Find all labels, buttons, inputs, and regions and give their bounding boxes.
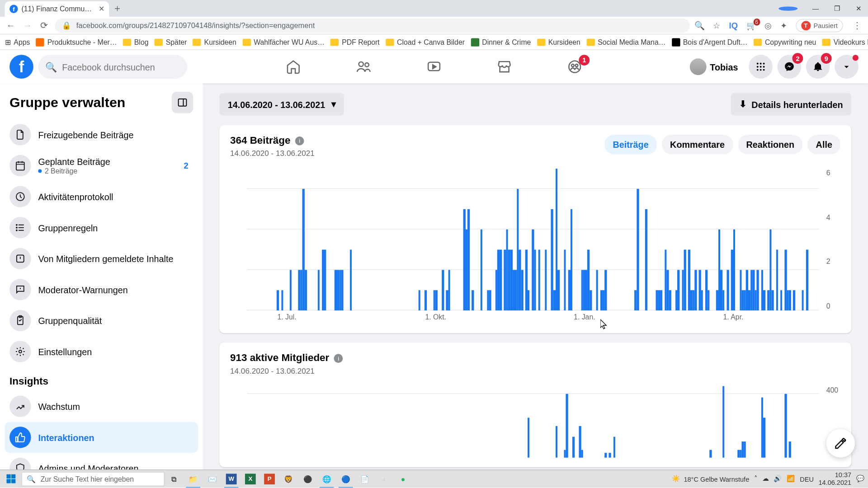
start-button[interactable] (0, 470, 21, 488)
bookmark-item[interactable]: Dinner & Crime (471, 38, 531, 46)
minimize-icon[interactable]: — (806, 5, 825, 12)
ring-extension-icon[interactable]: ◎ (764, 20, 772, 30)
url-field[interactable]: 🔒 facebook.com/groups/214827109704148/in… (55, 18, 689, 33)
sidebar-title: Gruppe verwalten (9, 94, 125, 111)
tab-comments[interactable]: Kommentare (662, 135, 733, 155)
back-icon[interactable]: ← (5, 20, 17, 30)
sidebar-item-growth[interactable]: Wachstum (5, 391, 198, 422)
facebook-logo[interactable]: f (9, 55, 33, 79)
marketplace-nav[interactable] (472, 52, 537, 81)
profile-paused-button[interactable]: T Pausiert (796, 19, 843, 32)
word-icon[interactable]: W (222, 470, 241, 488)
sidebar-item-gear[interactable]: Einstellungen (5, 336, 198, 367)
mail-icon[interactable]: ✉️ (203, 470, 222, 488)
calendar-icon (9, 155, 31, 176)
groups-nav[interactable]: 1 (542, 52, 608, 81)
account-button[interactable] (835, 55, 859, 79)
tab-posts[interactable]: Beiträge (604, 135, 657, 155)
bookmark-folder[interactable]: Social Media Mana… (586, 38, 665, 46)
bookmark-folder[interactable]: Wahlfächer WU Aus… (242, 38, 325, 46)
bookmark-item[interactable]: Produktsuche - Mer… (36, 38, 117, 46)
weather-widget[interactable]: ☀️18°C Gelbe Warnstufe (672, 475, 749, 483)
sidebar-item-clock[interactable]: Aktivitätenprotokoll (5, 181, 198, 212)
sidebar-item-chat[interactable]: Moderator-Warnungen (5, 274, 198, 305)
members-chart: 400 (230, 386, 840, 458)
facebook-search[interactable]: 🔍 (38, 55, 187, 79)
reload-icon[interactable]: ⟳ (38, 20, 50, 31)
taskbar-search[interactable]: 🔍Zur Suche Text hier eingeben (21, 472, 164, 486)
profile-chip[interactable]: Tobias (687, 56, 744, 77)
powerpoint-icon[interactable]: P (260, 470, 279, 488)
close-window-icon[interactable]: ✕ (849, 5, 868, 12)
bookmark-folder[interactable]: Blog (123, 38, 149, 46)
zoom-icon[interactable]: 🔍 (694, 20, 704, 30)
task-view-icon[interactable]: ⧉ (165, 470, 184, 488)
download-details-button[interactable]: ⬇ Details herunterladen (731, 93, 851, 116)
notepad-icon[interactable]: 📄 (355, 470, 374, 488)
volume-icon[interactable]: 🔊 (774, 475, 782, 483)
new-tab-button[interactable]: ＋ (109, 0, 126, 17)
sidebar-item-clipboard[interactable]: Gruppenqualität (5, 305, 198, 336)
sidebar-item-list[interactable]: Gruppenregeln (5, 212, 198, 243)
search-input[interactable] (62, 61, 180, 71)
sidebar-item-calendar[interactable]: Geplante Beiträge2 Beiträge2 (5, 150, 198, 181)
apps-button[interactable]: ⊞Apps (5, 38, 30, 46)
iq-extension-icon[interactable]: IQ (729, 20, 738, 30)
extensions-icon[interactable]: ✦ (780, 20, 788, 30)
bookmark-star-icon[interactable]: ☆ (713, 20, 721, 30)
lock-icon: 🔒 (62, 21, 71, 30)
chrome-menu-icon[interactable]: ⋮ (851, 20, 863, 31)
profile-indicator-icon[interactable] (778, 6, 797, 10)
onedrive-icon[interactable]: ☁ (762, 475, 769, 483)
watch-nav[interactable] (401, 52, 467, 81)
tab-all[interactable]: Alle (807, 135, 840, 155)
brave-icon[interactable]: 🦁 (279, 470, 298, 488)
friends-nav[interactable] (331, 52, 396, 81)
notifications-button[interactable]: 9 (806, 55, 830, 79)
browser-tab[interactable]: f (11) Finanz Community - Aktien… ✕ (5, 1, 109, 17)
menu-button[interactable] (749, 55, 773, 79)
sidebar-item-flag[interactable]: Von Mitgliedern gemeldete Inhalte (5, 243, 198, 274)
sidebar-toggle-button[interactable] (172, 92, 193, 113)
bookmark-folder[interactable]: Copywriting neu (754, 38, 816, 46)
folder-icon (386, 38, 394, 46)
date-range-selector[interactable]: 14.06.2020 - 13.06.2021 ▾ (219, 93, 344, 116)
app-icon[interactable]: ▫️ (374, 470, 393, 488)
cart-extension-icon[interactable]: 🛒6 (746, 20, 756, 30)
wifi-icon[interactable]: 📶 (787, 475, 795, 483)
obs-icon[interactable]: ⚫ (298, 470, 317, 488)
svg-point-4 (571, 64, 574, 67)
language-indicator[interactable]: DEU (800, 475, 814, 483)
bookmark-folder[interactable]: Kursideen (537, 38, 580, 46)
messenger-button[interactable]: 2 (778, 55, 802, 79)
friends-icon (356, 59, 371, 75)
compose-fab[interactable] (826, 429, 855, 457)
close-tab-icon[interactable]: ✕ (99, 5, 104, 13)
bookmark-folder[interactable]: Cload + Canva Bilder (386, 38, 465, 46)
bookmark-item[interactable]: Bois d'Argent Duft… (672, 38, 748, 46)
bookmark-folder[interactable]: Kursideen (193, 38, 236, 46)
spotify-icon[interactable]: ● (393, 470, 412, 488)
flag-icon (9, 248, 31, 269)
posts-card: 364 Beiträgei 14.06.2020 - 13.06.2021 Be… (219, 125, 851, 333)
sidebar-item-thumb[interactable]: Interaktionen (5, 422, 198, 453)
file-explorer-icon[interactable]: 📁 (184, 470, 203, 488)
chrome-icon[interactable]: 🌐 (317, 470, 336, 488)
maximize-icon[interactable]: ❐ (827, 5, 846, 12)
home-nav[interactable] (260, 52, 326, 81)
sidebar-item-doc[interactable]: Freizugebende Beiträge (5, 119, 198, 150)
sidebar-item-label: Interaktionen (38, 432, 94, 442)
bookmark-folder[interactable]: Später (155, 38, 187, 46)
clock[interactable]: 10:3714.06.2021 (818, 472, 851, 486)
bookmark-folder[interactable]: PDF Report (330, 38, 380, 46)
info-icon[interactable]: i (295, 136, 304, 145)
tray-expand-icon[interactable]: ˄ (754, 475, 758, 483)
excel-icon[interactable]: X (241, 470, 260, 488)
windows-logo-icon (6, 474, 15, 483)
edge-icon[interactable]: 🔵 (336, 470, 355, 488)
tab-reactions[interactable]: Reaktionen (738, 135, 803, 155)
bookmark-folder[interactable]: Videokurs Ideen (822, 38, 868, 46)
svg-point-11 (763, 66, 765, 68)
info-icon[interactable]: i (334, 354, 343, 363)
notification-center-icon[interactable]: 💬 (856, 475, 864, 483)
